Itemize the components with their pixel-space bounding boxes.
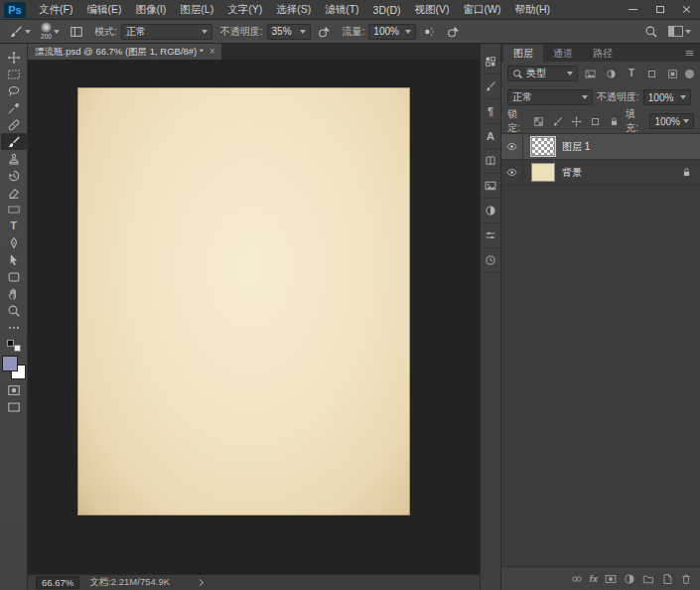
default-colors-icon[interactable] [7, 340, 21, 352]
visibility-toggle[interactable] [501, 160, 523, 185]
menu-image[interactable]: 图像(I) [128, 0, 173, 20]
screen-mode-button[interactable] [1, 398, 27, 415]
canvas-document[interactable] [77, 87, 410, 516]
shape-layer-filter-icon[interactable] [644, 66, 661, 81]
clone-source-panel-icon[interactable] [481, 174, 500, 199]
tool-spot-healing-brush[interactable] [1, 116, 27, 133]
menu-view[interactable]: 视图(V) [408, 0, 457, 20]
layer-thumbnail[interactable] [531, 163, 555, 182]
paragraph-panel-icon[interactable]: ¶ [481, 99, 500, 124]
layer-name[interactable]: 背景 [562, 166, 582, 180]
chevron-down-icon [683, 119, 689, 123]
opacity-input[interactable]: 35% [267, 24, 311, 40]
new-layer-button[interactable] [661, 573, 673, 585]
new-group-button[interactable] [642, 573, 654, 585]
layer-blend-mode-select[interactable]: 正常 [507, 89, 593, 105]
properties-panel-icon[interactable] [481, 223, 500, 248]
tool-history-brush[interactable] [1, 167, 27, 184]
document-tab-bar: 漂流瓶.psd @ 66.7% (图层 1, RGB/8#) * × [28, 44, 480, 60]
libraries-panel-icon[interactable] [481, 149, 500, 174]
close-button[interactable] [673, 0, 700, 20]
menu-file[interactable]: 文件(F) [32, 0, 79, 20]
tab-close-icon[interactable]: × [210, 47, 215, 57]
add-layer-mask-button[interactable] [605, 573, 617, 585]
toggle-brush-panel-button[interactable] [67, 22, 86, 42]
search-button[interactable] [641, 22, 661, 42]
panel-menu-button[interactable] [684, 45, 695, 62]
pixel-layer-filter-icon[interactable] [582, 66, 599, 81]
tool-hand[interactable] [1, 285, 27, 302]
airbrush-button[interactable] [420, 22, 440, 42]
tool-eraser[interactable] [1, 184, 27, 201]
visibility-toggle[interactable] [501, 134, 523, 159]
tool-brush[interactable] [1, 133, 27, 150]
menu-filter[interactable]: 滤镜(T) [318, 0, 365, 20]
type-layer-filter-icon[interactable]: T [624, 66, 640, 81]
status-flyout-chevron-icon[interactable] [197, 579, 204, 586]
lock-transparent-pixels-icon[interactable] [531, 113, 546, 129]
history-panel-icon[interactable] [481, 248, 500, 273]
menu-select[interactable]: 选择(S) [269, 0, 318, 20]
tool-move[interactable] [1, 49, 27, 66]
lock-image-pixels-icon[interactable] [550, 113, 565, 129]
adjustment-layer-filter-icon[interactable] [603, 66, 620, 81]
menu-help[interactable]: 帮助(H) [508, 0, 558, 20]
link-layers-button[interactable] [571, 573, 583, 585]
adjustments-panel-icon[interactable] [481, 199, 500, 223]
tab-layers[interactable]: 图层 [503, 45, 543, 62]
tab-paths[interactable]: 路径 [583, 45, 623, 62]
tool-zoom[interactable] [1, 302, 27, 319]
edit-toolbar-button[interactable] [1, 319, 27, 336]
lock-position-icon[interactable] [569, 113, 584, 129]
menu-bar: Ps 文件(F) 编辑(E) 图像(I) 图层(L) 文字(Y) 选择(S) 滤… [0, 0, 700, 20]
pressure-size-button[interactable] [444, 22, 464, 42]
maximize-button[interactable] [646, 0, 673, 20]
tools-panel: T [0, 44, 28, 590]
lock-artboard-icon[interactable] [588, 113, 603, 129]
tool-preset-picker[interactable] [6, 22, 34, 42]
canvas-pasteboard[interactable] [28, 60, 480, 574]
smart-object-filter-icon[interactable] [664, 66, 681, 81]
tool-shape[interactable] [1, 268, 27, 285]
styles-panel-icon[interactable] [481, 50, 500, 74]
filter-type-select[interactable]: 类型 [507, 66, 578, 81]
layer-name[interactable]: 图层 1 [562, 140, 590, 154]
character-panel-icon[interactable]: A [481, 124, 500, 149]
flow-input[interactable]: 100% [368, 24, 416, 40]
filter-toggle-icon[interactable] [685, 70, 694, 78]
document-tab[interactable]: 漂流瓶.psd @ 66.7% (图层 1, RGB/8#) * × [28, 44, 221, 60]
foreground-color-swatch[interactable] [2, 356, 18, 371]
layer-row-layer1[interactable]: 图层 1 [501, 134, 700, 160]
tool-rectangular-marquee[interactable] [1, 66, 27, 82]
minimize-button[interactable] [620, 0, 646, 20]
pressure-opacity-button[interactable] [315, 22, 335, 42]
delete-layer-button[interactable] [680, 573, 692, 585]
brush-preset-picker[interactable]: 200 [38, 22, 63, 42]
zoom-level-input[interactable]: 66.67% [36, 576, 79, 589]
tool-gradient[interactable] [1, 201, 27, 218]
tool-eyedropper[interactable] [1, 99, 27, 116]
tool-type[interactable]: T [1, 218, 27, 234]
quick-mask-button[interactable] [1, 381, 27, 398]
menu-layer[interactable]: 图层(L) [173, 0, 220, 20]
tool-pen[interactable] [1, 234, 27, 251]
layer-style-button[interactable]: fx [590, 574, 598, 584]
menu-edit[interactable]: 编辑(E) [79, 0, 128, 20]
fill-input[interactable]: 100% [649, 113, 694, 129]
tab-channels[interactable]: 通道 [543, 45, 583, 62]
menu-window[interactable]: 窗口(W) [457, 0, 508, 20]
lock-all-icon[interactable] [607, 113, 622, 129]
workspace-switcher[interactable] [665, 22, 694, 42]
background-lock-icon[interactable] [681, 167, 692, 178]
menu-type[interactable]: 文字(Y) [220, 0, 269, 20]
brush-settings-panel-icon[interactable] [481, 74, 500, 99]
blend-mode-select[interactable]: 正常 [121, 24, 212, 40]
tool-lasso[interactable] [1, 82, 27, 99]
menu-3d[interactable]: 3D(D) [366, 0, 408, 20]
new-adjustment-layer-button[interactable] [624, 573, 635, 585]
layer-row-background[interactable]: 背景 [501, 160, 700, 186]
layer-opacity-input[interactable]: 100% [643, 89, 691, 105]
tool-clone-stamp[interactable] [1, 150, 27, 167]
layer-thumbnail[interactable] [531, 137, 555, 156]
tool-path-selection[interactable] [1, 251, 27, 268]
